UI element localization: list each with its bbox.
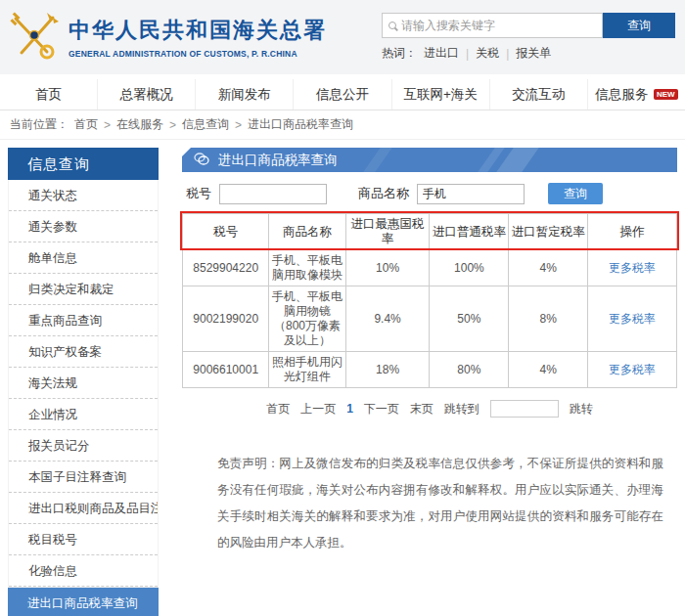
nav-item-internet-customs[interactable]: 互联网+海关: [391, 79, 489, 110]
customs-emblem-icon: [8, 9, 61, 66]
cell-tax-no: 8529904220: [183, 250, 269, 286]
section-title-bar: 进出口商品税率查询: [182, 148, 677, 172]
sidebar-item-customs-laws[interactable]: 海关法规: [9, 368, 158, 399]
cell-general-rate: 50%: [430, 286, 509, 352]
hot-word-link[interactable]: 关税: [476, 45, 499, 62]
tax-no-input[interactable]: [219, 184, 327, 204]
pagination-current-page[interactable]: 1: [346, 402, 353, 416]
customs-tariff-query-page: 中华人民共和国海关总署 GENERAL ADMINISTRATION OF CU…: [0, 0, 685, 616]
tariff-results-table: 税号 商品名称 进口最惠国税率 进口普通税率 进口暂定税率 操作 8529904…: [182, 213, 677, 388]
query-button[interactable]: 查询: [548, 183, 603, 204]
breadcrumb-link[interactable]: 首页: [74, 116, 98, 133]
more-rates-link[interactable]: 更多税率: [609, 261, 656, 275]
table-row: 8529904220 手机、平板电脑用取像模块 10% 100% 4% 更多税率: [183, 250, 677, 286]
new-badge: NEW: [654, 89, 678, 100]
magnifier-icon: [388, 22, 396, 29]
sidebar-item-enterprise-info[interactable]: 企业情况: [9, 399, 158, 430]
tariff-query-form: 税号 商品名称 查询: [186, 183, 677, 204]
pagination-next[interactable]: 下一页: [364, 401, 399, 418]
breadcrumb-separator: >: [169, 118, 176, 132]
table-row: 9006610001 照相手机用闪光灯组件 18% 80% 4% 更多税率: [183, 352, 677, 388]
tax-no-label: 税号: [186, 185, 211, 202]
jump-page-input[interactable]: [490, 400, 559, 418]
sidebar-title: 信息查询: [8, 148, 159, 180]
search-button[interactable]: 查询: [603, 13, 675, 38]
sidebar-item-tariff-commodity-notes[interactable]: 进出口税则商品及品目注释...: [9, 493, 158, 524]
nav-item-info-service[interactable]: 信息服务 NEW: [587, 79, 685, 110]
cell-product-name: 手机、平板电脑用取像模块: [269, 250, 345, 286]
breadcrumb-current: 进出口商品税率查询: [248, 116, 353, 133]
site-subtitle: GENERAL ADMINISTRATION OF CUSTOMS, P. R.…: [68, 49, 327, 59]
cell-product-name: 手机、平板电脑用物镜（800万像素及以上）: [269, 286, 345, 352]
more-rates-link[interactable]: 更多税率: [609, 312, 656, 326]
coins-icon: [194, 153, 209, 168]
search-box: [382, 13, 603, 38]
cell-mfn-rate: 10%: [345, 250, 430, 286]
brand: 中华人民共和国海关总署 GENERAL ADMINISTRATION OF CU…: [8, 9, 327, 66]
pagination-first[interactable]: 首页: [266, 401, 290, 418]
cell-tax-no: 9006610001: [183, 352, 269, 388]
decor-stripe: [496, 148, 539, 172]
more-rates-link[interactable]: 更多税率: [609, 363, 656, 376]
nav-item-label: 总署概况: [120, 87, 173, 102]
nav-item-label: 互联网+海关: [403, 87, 477, 102]
cell-product-name: 照相手机用闪光灯组件: [269, 352, 345, 388]
hot-words-label: 热词：: [382, 45, 417, 62]
sidebar-item-clearance-params[interactable]: 通关参数: [9, 211, 158, 242]
nav-item-label: 信息服务: [595, 87, 648, 102]
table-header-row: 税号 商品名称 进口最惠国税率 进口普通税率 进口暂定税率 操作: [183, 214, 677, 250]
cell-tax-no: 9002199020: [183, 286, 269, 352]
main-panel: 进出口商品税率查询 税号 商品名称 查询: [182, 148, 677, 616]
cell-interim-rate: 8%: [509, 286, 588, 352]
sidebar-item-tariff-rate-query-active[interactable]: 进出口商品税率查询: [8, 588, 159, 616]
cell-general-rate: 80%: [430, 352, 509, 388]
sidebar-item-ipr-registration[interactable]: 知识产权备案: [9, 336, 158, 368]
col-header-product-name: 商品名称: [269, 214, 345, 250]
nav-item-disclosure[interactable]: 信息公开: [293, 79, 390, 110]
cell-mfn-rate: 18%: [345, 352, 430, 388]
breadcrumb-separator: >: [104, 118, 111, 132]
disclaimer-text: 免责声明：网上及微信发布的归类及税率信息仅供参考，不保证所提供的资料和服务没有任…: [217, 451, 663, 556]
search-area: 查询 热词： 进出口 | 关税 | 报关单: [382, 13, 675, 62]
cell-interim-rate: 4%: [509, 352, 588, 388]
sidebar-item-manifest-info[interactable]: 舱单信息: [9, 242, 158, 274]
col-header-mfn-rate: 进口最惠国税率: [345, 214, 430, 250]
sidebar-item-clearance-status[interactable]: 通关状态: [9, 180, 158, 211]
nav-item-home[interactable]: 首页: [0, 79, 97, 110]
nav-item-news[interactable]: 新闻发布: [195, 79, 293, 110]
pagination: 首页 上一页 1 下一页 末页 跳转到 跳转: [182, 400, 677, 418]
col-header-interim-rate: 进口暂定税率: [509, 214, 588, 250]
col-header-tax-no: 税号: [183, 214, 269, 250]
product-name-input[interactable]: [417, 184, 525, 204]
jump-button[interactable]: 跳转: [570, 401, 593, 418]
col-header-action: 操作: [588, 214, 677, 250]
pagination-prev[interactable]: 上一页: [300, 401, 336, 418]
hot-word-separator: |: [466, 47, 469, 61]
nav-item-overview[interactable]: 总署概况: [97, 79, 195, 110]
breadcrumb-label: 当前位置：: [10, 116, 68, 133]
sidebar-item-key-commodity-query[interactable]: 重点商品查询: [9, 305, 158, 336]
hot-word-link[interactable]: 进出口: [424, 45, 459, 62]
decor-stripe: [363, 148, 392, 172]
hot-word-link[interactable]: 报关单: [516, 45, 551, 62]
brand-text: 中华人民共和国海关总署 GENERAL ADMINISTRATION OF CU…: [68, 16, 327, 59]
sidebar-item-domestic-subheading-notes[interactable]: 本国子目注释查询: [9, 462, 158, 493]
cell-mfn-rate: 9.4%: [345, 286, 430, 352]
site-banner: 中华人民共和国海关总署 GENERAL ADMINISTRATION OF CU…: [0, 0, 685, 74]
nav-item-label: 交流互动: [512, 87, 565, 102]
pagination-last[interactable]: 末页: [410, 401, 434, 418]
breadcrumb: 当前位置： 首页 > 在线服务 > 信息查询 > 进出口商品税率查询: [0, 110, 685, 140]
cell-general-rate: 100%: [430, 250, 509, 286]
table-row: 9002199020 手机、平板电脑用物镜（800万像素及以上） 9.4% 50…: [183, 286, 677, 352]
results-table-wrap: 税号 商品名称 进口最惠国税率 进口普通税率 进口暂定税率 操作 8529904…: [182, 213, 677, 388]
sidebar-item-tariff-headings[interactable]: 税目税号: [9, 524, 158, 555]
search-input[interactable]: [401, 19, 596, 32]
hot-word-separator: |: [506, 47, 509, 61]
sidebar-item-lab-test-info[interactable]: 化验信息: [9, 555, 158, 587]
breadcrumb-link[interactable]: 信息查询: [182, 116, 229, 133]
breadcrumb-separator: >: [235, 118, 242, 132]
sidebar-item-declarant-points[interactable]: 报关员记分: [9, 430, 158, 462]
nav-item-interaction[interactable]: 交流互动: [489, 79, 587, 110]
sidebar-item-classification-decisions[interactable]: 归类决定和裁定: [9, 274, 158, 305]
breadcrumb-link[interactable]: 在线服务: [116, 116, 163, 133]
